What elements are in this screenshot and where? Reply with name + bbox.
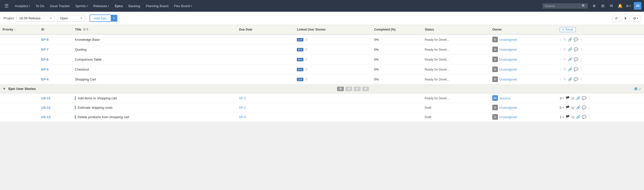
link-icon[interactable]: 🔗 (568, 47, 572, 51)
owner-name[interactable]: Unassigned (499, 58, 517, 61)
nav-backlog[interactable]: Backlog (126, 3, 143, 9)
more-icon[interactable]: ⋮ (580, 47, 583, 51)
story-link-icon[interactable]: 🔗 (576, 96, 580, 100)
sprint-link[interactable]: SP-3 (239, 106, 246, 110)
search-bar[interactable]: 🔍 (542, 3, 588, 9)
edit-icon[interactable]: ○ (560, 47, 562, 51)
project-select[interactable]: 18.09 Release ▾ (16, 15, 54, 22)
linked-count-badge[interactable]: 0 ▾ (297, 58, 303, 61)
story-owner-name[interactable]: Unassigned (499, 115, 517, 119)
linked-count-badge[interactable]: 0 ▾ (297, 48, 303, 51)
story-more-icon[interactable]: ⋮ (588, 115, 591, 119)
nav-sprints[interactable]: Sprints ▾ (73, 3, 90, 9)
link-icon[interactable]: 🔗 (568, 77, 572, 81)
search-input[interactable] (544, 4, 580, 8)
edit-icon[interactable]: ○ (560, 77, 562, 81)
add-story-icon[interactable]: ⊕ (634, 87, 637, 91)
grid-icon[interactable]: ⊞ (599, 2, 607, 10)
more-icon[interactable]: ⋮ (580, 67, 583, 71)
story-grid-icon[interactable]: ▦ (571, 115, 575, 119)
hamburger-menu-icon[interactable]: ☰ (3, 2, 11, 10)
owner-name[interactable]: Unassigned (499, 38, 517, 42)
edit-icon[interactable]: ○ (560, 37, 562, 42)
add-icon[interactable]: ⊕ (590, 2, 598, 10)
refresh-icon[interactable]: ↻ (563, 37, 566, 42)
add-epic-button[interactable]: Add Epic (90, 15, 110, 22)
epic-id-link[interactable]: EP-6 (41, 58, 49, 61)
epic-group-chevron[interactable]: ▼ (3, 87, 6, 91)
link-icon[interactable]: 🔗 (568, 37, 572, 42)
priority-sort-icon[interactable]: ↕ (14, 28, 16, 31)
story-owner-name[interactable]: Jessica (499, 96, 510, 100)
refresh-icon[interactable]: ↻ (563, 57, 566, 61)
story-grid-icon[interactable]: ▦ (571, 96, 575, 100)
story-link-icon[interactable]: 🔗 (576, 105, 580, 110)
settings-button[interactable]: ⚙ ▾ (624, 3, 632, 9)
comment-icon[interactable]: 💬 (574, 37, 578, 42)
sprint-link[interactable]: SP-4 (239, 115, 246, 119)
story-owner-name[interactable]: Unassigned (499, 106, 517, 110)
story-comment-icon[interactable]: 💬 (582, 105, 586, 110)
mail-icon[interactable]: ✉ (608, 2, 615, 10)
refresh-icon[interactable]: ↻ (563, 67, 566, 71)
refresh-icon[interactable]: ↻ (563, 77, 566, 81)
refresh-button[interactable]: ↺ (612, 15, 620, 22)
story-count-arrow[interactable]: ▾ (563, 116, 564, 118)
edit-icon[interactable]: ○ (560, 57, 562, 61)
linked-count-badge[interactable]: 3 ▾ (297, 78, 303, 81)
filter-button[interactable]: ▼ (622, 15, 629, 22)
comment-icon[interactable]: 💬 (574, 57, 578, 61)
story-link-icon[interactable]: 🔗 (576, 115, 580, 119)
edit-icon[interactable]: ○ (560, 67, 562, 71)
user-avatar[interactable]: JG (634, 2, 641, 10)
refresh-icon[interactable]: ↻ (563, 47, 566, 51)
link-icon[interactable]: 🔗 (568, 67, 572, 71)
epic-id-link[interactable]: EP-8 (41, 38, 49, 42)
story-more-icon[interactable]: ⋮ (588, 105, 591, 110)
add-epic-dropdown-button[interactable]: ▾ (111, 15, 117, 22)
more-icon[interactable]: ⋮ (580, 37, 583, 42)
story-id-link[interactable]: US-12 (41, 106, 51, 110)
story-count-arrow[interactable]: ▾ (563, 97, 564, 100)
story-comment-icon[interactable]: 💬 (582, 115, 586, 119)
notification-icon[interactable]: 🔔 (616, 2, 624, 10)
nav-epics[interactable]: Epics (112, 3, 125, 9)
sprints-dropdown-arrow: ▾ (87, 5, 88, 7)
status-select[interactable]: Open ▾ (57, 15, 85, 22)
nav-flex-board[interactable]: Flex Board ▾ (172, 3, 195, 9)
reset-button[interactable]: ⇅ Reset (560, 27, 576, 32)
epic-id-link[interactable]: EP-7 (41, 48, 49, 51)
story-more-icon[interactable]: ⋮ (588, 96, 591, 100)
linked-count-badge[interactable]: 0 ▾ (297, 68, 303, 71)
nav-planning-board[interactable]: Planning Board (143, 3, 171, 9)
owner-name[interactable]: Unassigned (499, 67, 517, 71)
owner-name[interactable]: Unassigned (499, 77, 517, 81)
comment-icon[interactable]: 💬 (574, 47, 578, 51)
link-icon[interactable]: 🔗 (568, 57, 572, 61)
expand-icon[interactable]: ⤢ (638, 87, 641, 91)
owner-name[interactable]: Unassigned (499, 48, 517, 51)
nav-analytics[interactable]: Analytics ▾ (12, 3, 33, 9)
story-grid-icon[interactable]: ▦ (571, 105, 575, 110)
comment-icon[interactable]: 💬 (574, 67, 578, 71)
nav-issue-tracker[interactable]: Issue Tracker (47, 3, 72, 9)
story-edit-icon[interactable]: 🏴 (565, 115, 570, 119)
epic-id-link[interactable]: EP-5 (41, 67, 49, 71)
story-sprint-cell: SP-3 (236, 103, 294, 112)
more-icon[interactable]: ⋮ (580, 77, 583, 81)
story-edit-icon[interactable]: 🏴 (565, 105, 570, 110)
story-edit-icon[interactable]: 🏴 (565, 96, 570, 100)
story-id-link[interactable]: US-13 (41, 115, 51, 119)
nav-todo[interactable]: To Do (33, 3, 47, 9)
epic-id-link[interactable]: EP-4 (41, 77, 49, 81)
sprint-link[interactable]: SP-3 (239, 97, 246, 100)
nav-releases[interactable]: Releases ▾ (91, 3, 112, 9)
linked-count-badge[interactable]: 1 ▾ (297, 38, 303, 42)
story-comment-icon[interactable]: 💬 (582, 96, 586, 100)
comment-icon[interactable]: 💬 (574, 77, 578, 81)
table-settings-button[interactable]: ⚙ ▾ (631, 15, 640, 22)
story-id-link[interactable]: US-11 (41, 96, 51, 100)
col-priority[interactable]: Priority ↕ (0, 25, 39, 34)
more-icon[interactable]: ⋮ (580, 57, 583, 61)
story-count-arrow[interactable]: ▾ (563, 106, 564, 109)
